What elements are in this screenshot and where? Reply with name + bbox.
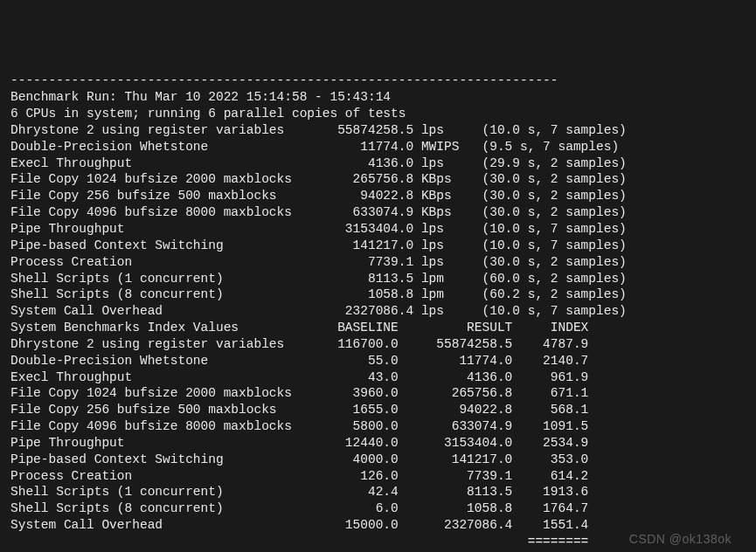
result-row: Process Creation 7739.1 lps (30.0 s, 2 s… <box>10 254 746 271</box>
result-row: File Copy 1024 bufsize 2000 maxblocks 26… <box>10 171 746 188</box>
score-divider: ======== <box>10 534 746 550</box>
result-row: Pipe-based Context Switching 141217.0 lp… <box>10 238 746 254</box>
index-row: Pipe Throughput 12440.0 3153404.0 2534.9 <box>10 435 746 452</box>
result-row: Shell Scripts (8 concurrent) 1058.8 lpm … <box>10 286 746 303</box>
divider-line: ----------------------------------------… <box>10 72 746 89</box>
index-row: Pipe-based Context Switching 4000.0 1412… <box>10 452 746 468</box>
result-row: System Call Overhead 2327086.4 lps (10.0… <box>10 303 746 320</box>
index-row: Double-Precision Whetstone 55.0 11774.0 … <box>10 353 746 369</box>
result-row: File Copy 4096 bufsize 8000 maxblocks 63… <box>10 204 746 221</box>
index-row: Execl Throughput 43.0 4136.0 961.9 <box>10 369 746 386</box>
result-row: Shell Scripts (1 concurrent) 8113.5 lpm … <box>10 271 746 287</box>
benchmark-run-line: Benchmark Run: Thu Mar 10 2022 15:14:58 … <box>10 89 746 106</box>
cpu-info-line: 6 CPUs in system; running 6 parallel cop… <box>10 106 746 122</box>
index-row: File Copy 256 bufsize 500 maxblocks 1655… <box>10 402 746 418</box>
index-row: Process Creation 126.0 7739.1 614.2 <box>10 468 746 485</box>
result-row: Pipe Throughput 3153404.0 lps (10.0 s, 7… <box>10 221 746 238</box>
index-row: File Copy 4096 bufsize 8000 maxblocks 58… <box>10 418 746 435</box>
index-header-row: System Benchmarks Index Values BASELINE … <box>10 320 746 336</box>
result-row: Double-Precision Whetstone 11774.0 MWIPS… <box>10 139 746 155</box>
index-row: Shell Scripts (8 concurrent) 6.0 1058.8 … <box>10 500 746 517</box>
result-row: File Copy 256 bufsize 500 maxblocks 9402… <box>10 188 746 204</box>
index-row: File Copy 1024 bufsize 2000 maxblocks 39… <box>10 385 746 402</box>
index-row: System Call Overhead 15000.0 2327086.4 1… <box>10 517 746 534</box>
result-row: Execl Throughput 4136.0 lps (29.9 s, 2 s… <box>10 155 746 172</box>
result-row: Dhrystone 2 using register variables 558… <box>10 122 746 139</box>
index-row: Shell Scripts (1 concurrent) 42.4 8113.5… <box>10 484 746 500</box>
index-row: Dhrystone 2 using register variables 116… <box>10 336 746 353</box>
